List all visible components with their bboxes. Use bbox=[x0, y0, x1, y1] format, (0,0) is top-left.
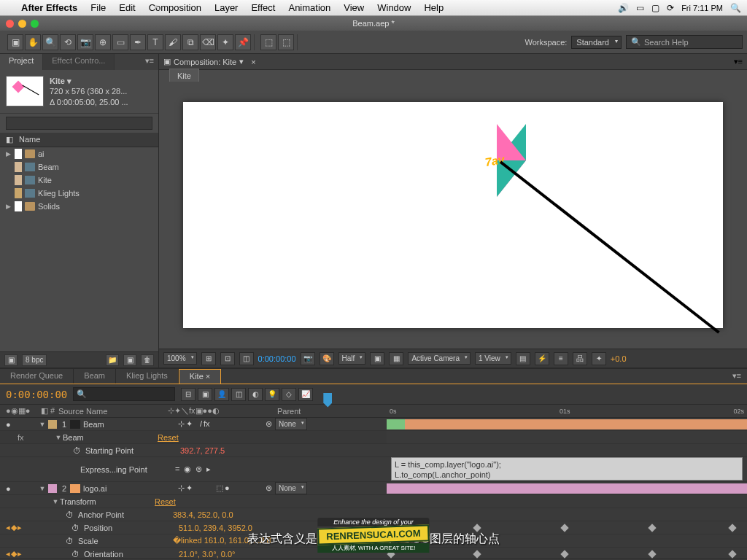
stopwatch-icon[interactable]: ⏱ bbox=[73, 446, 81, 455]
project-search-input[interactable] bbox=[6, 117, 152, 130]
timeline-tab-render-queue[interactable]: Render Queue bbox=[0, 369, 74, 384]
keyframe-diamond-icon[interactable] bbox=[648, 550, 656, 558]
type-tool[interactable]: T bbox=[147, 34, 163, 50]
expr-pickwhip-icon[interactable]: ⊚ bbox=[196, 464, 202, 474]
timeline-button[interactable]: ≡ bbox=[554, 352, 568, 365]
auto-keyframe-button[interactable]: ◇ bbox=[282, 388, 296, 401]
expand-arrow-icon[interactable]: ▶ bbox=[4, 203, 12, 210]
pickwhip-icon[interactable]: ⊚ bbox=[266, 419, 272, 429]
menu-layer[interactable]: Layer bbox=[208, 2, 245, 13]
timeline-current-time[interactable]: 0:00:00:00 bbox=[6, 389, 67, 400]
draft-3d-button[interactable]: ▣ bbox=[198, 388, 212, 401]
twirl-arrow-icon[interactable]: ▼ bbox=[54, 434, 63, 441]
expr-graph-icon[interactable]: ◉ bbox=[184, 464, 191, 474]
menu-app[interactable]: After Effects bbox=[15, 2, 84, 13]
property-value[interactable]: 392.7, 277.5 bbox=[180, 446, 225, 455]
camera-tool[interactable]: 📷 bbox=[77, 34, 93, 50]
zoom-tool[interactable]: 🔍 bbox=[42, 34, 58, 50]
display-icon[interactable]: ▢ bbox=[651, 3, 659, 13]
time-ruler[interactable]: 0s 01s 02s bbox=[387, 405, 747, 417]
layer-name[interactable]: logo.ai bbox=[83, 484, 178, 493]
keyframe-toggle-icon[interactable]: ◆ bbox=[11, 549, 17, 559]
label-swatch[interactable] bbox=[48, 484, 57, 493]
panel-menu-icon[interactable]: ▾≡ bbox=[141, 54, 158, 70]
menu-effect[interactable]: Effect bbox=[244, 2, 282, 13]
shape-tool[interactable]: ▭ bbox=[112, 34, 128, 50]
stopwatch-icon[interactable]: ⏱ bbox=[71, 524, 80, 532]
rotate-tool[interactable]: ⟲ bbox=[60, 34, 76, 50]
comp-subtab[interactable]: Kite bbox=[169, 69, 199, 82]
comp-panel-tab[interactable]: ▣ Composition: Kite ▾ × bbox=[163, 57, 256, 66]
label-swatch[interactable] bbox=[15, 188, 22, 198]
expr-menu-icon[interactable]: ▸ bbox=[206, 464, 211, 474]
timeline-tab-klieg[interactable]: Klieg Lights bbox=[116, 369, 179, 384]
layer-duration-bar[interactable] bbox=[387, 419, 747, 429]
workspace-dropdown[interactable]: Standard bbox=[571, 36, 622, 49]
snapshot-button[interactable]: 📷 bbox=[301, 352, 315, 365]
twirl-arrow-icon[interactable]: ▼ bbox=[38, 485, 47, 492]
label-swatch[interactable] bbox=[15, 149, 22, 159]
effect-row[interactable]: fx▼BeamReset bbox=[0, 431, 747, 444]
reset-link[interactable]: Reset bbox=[155, 497, 176, 506]
project-item[interactable]: ▶ ai bbox=[0, 147, 158, 160]
tool-option-1[interactable]: ⬚ bbox=[260, 34, 276, 50]
visibility-toggle[interactable]: ● bbox=[6, 484, 16, 493]
menu-composition[interactable]: Composition bbox=[142, 2, 208, 13]
clone-tool[interactable]: ⧉ bbox=[182, 34, 198, 50]
exposure-reset-button[interactable]: ✦ bbox=[592, 352, 606, 365]
menubar-clock[interactable]: Fri 7:11 PM bbox=[681, 4, 723, 12]
zoom-dropdown[interactable]: 100% bbox=[163, 352, 197, 365]
battery-icon[interactable]: ▭ bbox=[636, 3, 644, 13]
project-col-name[interactable]: Name bbox=[19, 135, 152, 144]
new-folder-button[interactable]: 📁 bbox=[106, 354, 119, 366]
keyframe-diamond-icon[interactable] bbox=[728, 524, 736, 532]
exposure-value[interactable]: +0.0 bbox=[611, 354, 627, 363]
pen-tool[interactable]: ✒ bbox=[130, 34, 146, 50]
spotlight-icon[interactable]: 🔍 bbox=[730, 3, 741, 13]
menu-view[interactable]: View bbox=[337, 2, 371, 13]
property-value[interactable]: 21.0°, 3.0°, 0.0° bbox=[179, 550, 235, 559]
parent-header[interactable]: Parent bbox=[277, 407, 387, 416]
keyframe-diamond-icon[interactable] bbox=[560, 550, 568, 558]
property-row[interactable]: ⏱Starting Point392.7, 277.5↖ bbox=[0, 444, 747, 457]
timeline-layer-row[interactable]: ● ▼ 2 logo.ai ⊹✦⬚● ⊚None bbox=[0, 482, 747, 495]
project-item[interactable]: ▶ Solids bbox=[0, 200, 158, 213]
timeline-tab-beam[interactable]: Beam bbox=[74, 369, 116, 384]
brush-tool[interactable]: 🖌 bbox=[165, 34, 181, 50]
volume-icon[interactable]: 🔊 bbox=[618, 3, 629, 13]
pan-behind-tool[interactable]: ⊕ bbox=[95, 34, 111, 50]
keyframe-diamond-icon[interactable] bbox=[728, 550, 736, 558]
property-value[interactable]: 511.0, 239.4, 3952.0 bbox=[179, 524, 252, 532]
visibility-toggle[interactable]: ● bbox=[6, 420, 16, 429]
close-tab-icon[interactable]: × bbox=[206, 372, 210, 381]
composition-viewer[interactable]: 7av bbox=[159, 82, 747, 349]
stopwatch-icon[interactable]: ⏱ bbox=[71, 550, 80, 559]
label-swatch[interactable] bbox=[15, 175, 22, 185]
expand-arrow-icon[interactable]: ▶ bbox=[4, 150, 12, 158]
camera-dropdown[interactable]: Active Camera bbox=[408, 352, 471, 365]
brainstorm-button[interactable]: 💡 bbox=[265, 388, 279, 401]
eraser-tool[interactable]: ⌫ bbox=[200, 34, 216, 50]
effect-controls-tab[interactable]: Effect Contro... bbox=[43, 54, 115, 70]
menu-window[interactable]: Window bbox=[371, 2, 417, 13]
project-item[interactable]: Beam bbox=[0, 160, 158, 174]
project-col-swatch-icon[interactable]: ◧ bbox=[6, 135, 19, 144]
label-column-header[interactable]: ◧ # bbox=[41, 406, 58, 416]
expression-row[interactable]: Express...ing Point=◉⊚▸ L = this_comp.la… bbox=[0, 457, 747, 482]
project-item[interactable]: Kite bbox=[0, 174, 158, 187]
property-group-row[interactable]: ▼TransformReset bbox=[0, 495, 747, 508]
shy-button[interactable]: 👤 bbox=[214, 388, 229, 401]
frame-blend-button[interactable]: ◫ bbox=[231, 388, 246, 401]
prev-keyframe-icon[interactable]: ◂ bbox=[6, 549, 10, 559]
zoom-window-button[interactable] bbox=[31, 20, 39, 28]
hand-tool[interactable]: ✋ bbox=[25, 34, 41, 50]
comp-thumbnail[interactable] bbox=[6, 76, 44, 106]
graph-editor-button[interactable]: 📈 bbox=[298, 388, 313, 401]
expression-editor[interactable]: L = this_comp.layer("logo.ai"); L.to_com… bbox=[391, 457, 743, 481]
guides-button[interactable]: ⊡ bbox=[220, 352, 235, 365]
sync-icon[interactable]: ⟳ bbox=[667, 3, 674, 13]
timeline-search-input[interactable]: 🔍 bbox=[73, 387, 175, 401]
pickwhip-icon[interactable]: ⊚ bbox=[266, 483, 272, 493]
minimize-window-button[interactable] bbox=[18, 20, 26, 28]
property-value[interactable]: 383.4, 252.0, 0.0 bbox=[173, 510, 233, 519]
